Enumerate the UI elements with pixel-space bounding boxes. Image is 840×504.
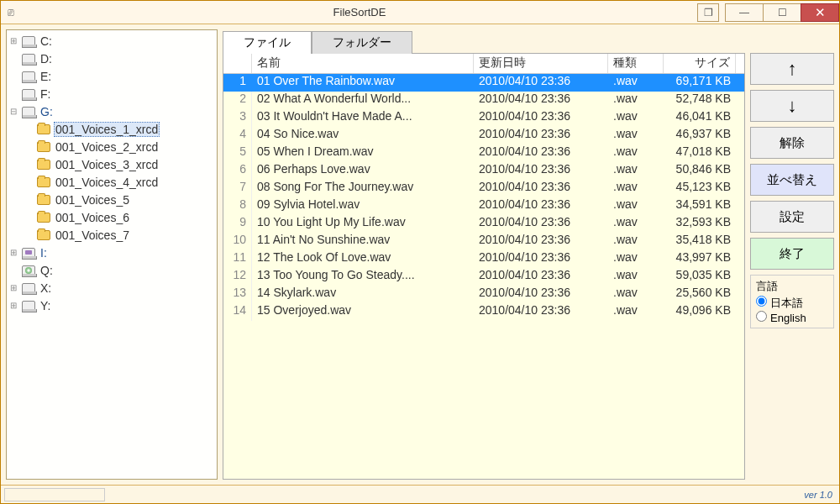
col-size[interactable]: サイズ [664, 54, 736, 73]
file-size: 69,171 KB [664, 74, 736, 92]
window-restore-icon[interactable]: ❐ [697, 3, 719, 22]
tab-bar: ファイル フォルダー [223, 29, 745, 53]
tree-item[interactable]: ⊞Q: [7, 261, 217, 279]
unlock-button[interactable]: 解除 [750, 127, 834, 159]
file-size: 45,123 KB [664, 180, 736, 197]
tree-item[interactable]: ⊞001_Voices_5 [22, 191, 217, 208]
exit-button[interactable]: 終了 [750, 238, 834, 270]
file-name: 02 What A Wonderful World... [252, 92, 474, 109]
tab-folder[interactable]: フォルダー [312, 31, 412, 54]
lang-jp-radio[interactable] [756, 296, 767, 307]
window-title: FileSortDE [21, 6, 698, 18]
file-row[interactable]: 809 Sylvia Hotel.wav2010/04/10 23:36.wav… [223, 197, 744, 215]
drive-icon [22, 248, 35, 258]
tree-item[interactable]: ⊞Y: [7, 297, 217, 314]
tab-file[interactable]: ファイル [223, 31, 312, 54]
file-row[interactable]: 606 Perhaps Love.wav2010/04/10 23:36.wav… [223, 162, 744, 180]
tree-item[interactable]: ⊞X: [7, 279, 217, 297]
tree-item[interactable]: ⊞F: [7, 85, 217, 102]
content-area: ⊞C:⊞D:⊞E:⊞F:⊟G:⊞001_Voices_1_xrcd⊞001_Vo… [1, 24, 839, 485]
column-headers: 名前 更新日時 種類 サイズ [223, 54, 744, 74]
file-date: 2010/04/10 23:36 [474, 109, 608, 127]
file-date: 2010/04/10 23:36 [474, 180, 608, 197]
col-number[interactable] [223, 54, 252, 73]
lang-jp-option[interactable]: 日本語 [756, 296, 828, 311]
row-number: 6 [223, 162, 252, 180]
tree-item[interactable]: ⊞001_Voices_7 [22, 226, 217, 244]
file-name: 08 Song For The Journey.wav [252, 180, 474, 197]
folder-icon [37, 124, 50, 134]
status-slot [4, 488, 105, 501]
row-number: 12 [223, 268, 252, 286]
file-row[interactable]: 303 It Wouldn't Have Made A...2010/04/10… [223, 109, 744, 127]
side-buttons: ↑ ↓ 解除 並べ替え 設定 終了 言語 日本語 English [750, 29, 834, 480]
col-type[interactable]: 種類 [608, 54, 664, 73]
tree-item[interactable]: ⊞001_Voices_6 [22, 208, 217, 226]
file-row[interactable]: 910 You Light Up My Life.wav2010/04/10 2… [223, 215, 744, 233]
file-row[interactable]: 202 What A Wonderful World...2010/04/10 … [223, 92, 744, 109]
folder-icon [37, 160, 50, 170]
tree-label: 001_Voices_1_xrcd [54, 122, 160, 137]
file-row[interactable]: 1213 Too Young To Go Steady....2010/04/1… [223, 268, 744, 286]
tree-label: X: [39, 281, 53, 295]
expand-icon[interactable]: ⊞ [8, 36, 18, 45]
tree-item[interactable]: ⊞I: [7, 244, 217, 261]
file-type: .wav [608, 92, 664, 109]
file-date: 2010/04/10 23:36 [474, 303, 608, 321]
window-minimize-button[interactable]: — [725, 3, 764, 22]
tree-item[interactable]: ⊞E: [7, 67, 217, 85]
tree-label: G: [39, 105, 55, 118]
folder-icon [37, 195, 50, 205]
file-name: 03 It Wouldn't Have Made A... [252, 109, 474, 127]
tree-item[interactable]: ⊞001_Voices_1_xrcd [22, 120, 217, 138]
file-type: .wav [608, 180, 664, 197]
file-row[interactable]: 1011 Ain't No Sunshine.wav2010/04/10 23:… [223, 233, 744, 250]
file-size: 43,997 KB [664, 250, 736, 268]
tree-label: Y: [39, 299, 52, 312]
window-buttons: ❐ — ☐ ✕ [698, 3, 839, 22]
tree-label: C: [39, 34, 54, 48]
file-type: .wav [608, 74, 664, 92]
lang-en-radio[interactable] [756, 311, 767, 322]
tree-item[interactable]: ⊞D: [7, 50, 217, 67]
row-number: 11 [223, 250, 252, 268]
drive-icon [22, 36, 35, 46]
tree-item[interactable]: ⊞C: [7, 32, 217, 50]
col-date[interactable]: 更新日時 [474, 54, 608, 73]
move-down-button[interactable]: ↓ [750, 90, 834, 122]
tree-label: 001_Voices_5 [54, 193, 131, 207]
file-date: 2010/04/10 23:36 [474, 233, 608, 250]
tree-item[interactable]: ⊞001_Voices_2_xrcd [22, 138, 217, 155]
tree-item[interactable]: ⊞001_Voices_3_xrcd [22, 155, 217, 173]
file-row[interactable]: 404 So Nice.wav2010/04/10 23:36.wav46,93… [223, 127, 744, 144]
window-close-button[interactable]: ✕ [801, 3, 839, 22]
settings-button[interactable]: 設定 [750, 201, 834, 233]
row-number: 5 [223, 144, 252, 162]
expand-icon[interactable]: ⊞ [8, 283, 18, 292]
file-date: 2010/04/10 23:36 [474, 250, 608, 268]
drive-tree[interactable]: ⊞C:⊞D:⊞E:⊞F:⊟G:⊞001_Voices_1_xrcd⊞001_Vo… [6, 29, 218, 480]
col-name[interactable]: 名前 [252, 54, 474, 73]
window-maximize-button[interactable]: ☐ [763, 3, 801, 22]
folder-icon [37, 213, 50, 223]
lang-en-option[interactable]: English [756, 311, 828, 324]
tree-label: I: [39, 246, 49, 260]
app-menu-icon[interactable]: ⎚ [1, 6, 21, 18]
file-row[interactable]: 708 Song For The Journey.wav2010/04/10 2… [223, 180, 744, 197]
sort-button[interactable]: 並べ替え [750, 164, 834, 196]
file-row[interactable]: 505 When I Dream.wav2010/04/10 23:36.wav… [223, 144, 744, 162]
row-number: 13 [223, 286, 252, 303]
file-row[interactable]: 101 Over The Rainbow.wav2010/04/10 23:36… [223, 74, 744, 92]
file-row[interactable]: 1112 The Look Of Love.wav2010/04/10 23:3… [223, 250, 744, 268]
move-up-button[interactable]: ↑ [750, 53, 834, 85]
file-type: .wav [608, 250, 664, 268]
tree-item[interactable]: ⊟G: [7, 102, 217, 120]
tree-item[interactable]: ⊞001_Voices_4_xrcd [22, 173, 217, 191]
expand-icon[interactable]: ⊟ [8, 107, 18, 116]
expand-icon[interactable]: ⊞ [8, 301, 18, 310]
file-row[interactable]: 1415 Overjoyed.wav2010/04/10 23:36.wav49… [223, 303, 744, 321]
tree-label: D: [39, 52, 54, 66]
file-row[interactable]: 1314 Skylark.wav2010/04/10 23:36.wav25,5… [223, 286, 744, 303]
expand-icon[interactable]: ⊞ [8, 248, 18, 257]
language-title: 言語 [756, 279, 828, 294]
